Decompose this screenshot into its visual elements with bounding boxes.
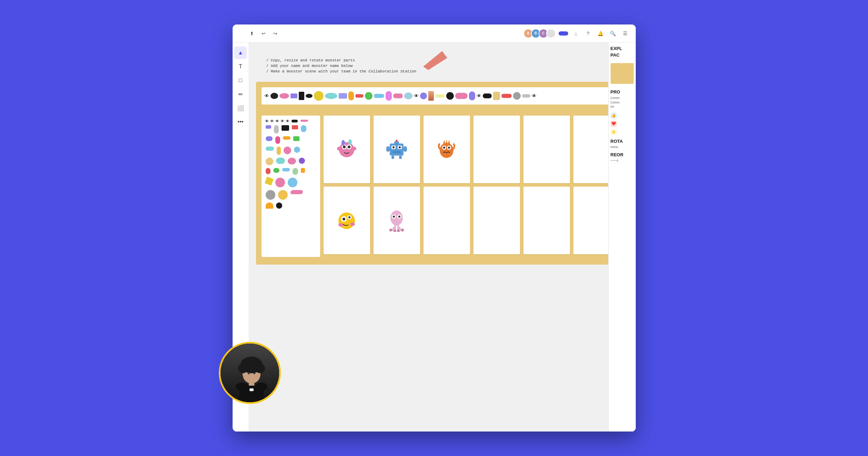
rota-title: ROTA [611,139,634,144]
title-section: / Copy, resize and rotate monster parts … [256,53,625,75]
svg-point-8 [341,140,345,146]
svg-rect-15 [392,151,401,153]
monster-card-11 [523,187,570,254]
svg-marker-28 [446,139,447,143]
svg-point-46 [389,229,392,231]
svg-point-14 [399,146,401,148]
yellow-monster-svg [335,208,359,232]
svg-point-13 [392,146,395,148]
lower-area: 👁 👁 👁 👁 👁 [262,116,620,257]
top-bar-right: A B C ⟂ ? 🔔 🔍 ☰ [523,29,630,38]
instructions-block: / Copy, resize and rotate monster parts … [266,56,417,75]
instructions-list: / Copy, resize and rotate monster parts … [266,58,417,73]
monster-card-5 [523,116,570,183]
main-area: ▲ T □ ✏ ⬜ ••• / Copy, resize [233,42,636,432]
monster-card-7 [324,187,370,254]
svg-point-26 [448,147,450,149]
monster-card-8 [374,187,420,254]
help-icon[interactable]: ? [583,29,593,38]
pro-title: PRO [611,89,634,95]
sticky-tool[interactable]: □ [234,74,247,87]
svg-point-65 [255,383,267,391]
rota-text: mons [611,145,634,149]
action-icons: 👍 ❤️ ⭐ [611,112,634,135]
svg-point-35 [338,223,343,227]
parts-strip: 👁 [262,87,620,105]
reor-text: ——s [611,159,634,162]
svg-point-7 [351,147,356,151]
svg-point-6 [337,147,343,151]
top-bar: ⬆ ↩ ↪ A B C ⟂ ? 🔔 🔍 ☰ [233,24,636,42]
collab-station [324,116,620,257]
avatar-count [546,29,556,38]
svg-point-64 [236,383,248,391]
instruction-1: / Copy, resize and rotate monster parts [266,58,417,62]
monster-card-10 [473,187,520,254]
pen-tool[interactable]: ✏ [234,88,247,100]
instruction-3: / Make a monster scene with your team in… [266,69,417,73]
parts-grid: 👁 👁 👁 👁 👁 [265,119,317,209]
thumbs-up-icon[interactable]: 👍 [611,112,617,119]
svg-point-61 [248,372,250,374]
svg-point-40 [393,216,395,218]
redo-button[interactable]: ↪ [270,29,280,38]
reor-title: REOR [611,152,634,157]
svg-point-5 [348,146,350,148]
svg-rect-20 [391,156,394,159]
select-tool[interactable]: ▲ [234,47,247,59]
svg-point-4 [343,146,346,148]
pro-text: CommComm(or [611,96,634,109]
board-metrics-icon[interactable]: ⟂ [571,29,581,38]
heart-row: ❤️ [611,121,634,127]
notifications-icon[interactable]: 🔔 [596,29,605,38]
heart-icon[interactable]: ❤️ [611,121,617,127]
star-icon[interactable]: ⭐ [611,129,617,135]
explore-title: EXPL [611,46,634,51]
avatar-group: A B C [523,29,556,38]
pink-alien-svg [385,208,409,232]
monster-card-2 [374,116,420,183]
profile-photo-svg [221,344,281,404]
browser-window: ⬆ ↩ ↪ A B C ⟂ ? 🔔 🔍 ☰ ▲ T □ ✏ ⬜ [233,24,636,432]
svg-marker-0 [423,51,447,70]
pink-monster-svg [335,137,359,161]
svg-point-22 [440,143,453,158]
search-icon[interactable]: 🔍 [608,29,618,38]
svg-rect-21 [399,156,402,159]
upload-button[interactable]: ⬆ [247,29,257,38]
preview-rect [611,63,634,84]
svg-marker-29 [448,140,450,143]
svg-point-17 [396,140,398,142]
profile-circle [219,342,281,404]
monster-card-4 [473,116,520,183]
svg-rect-10 [390,143,404,156]
orange-monster-svg [435,137,459,161]
monster-cards-grid [324,116,620,254]
svg-rect-63 [249,388,254,391]
svg-rect-16 [394,141,399,144]
monster-card-1 [324,116,370,183]
svg-point-60 [247,357,256,367]
blue-robot-svg [385,137,409,161]
text-tool[interactable]: T [234,60,247,73]
workshop-board: 👁 [256,82,625,265]
shapes-tool[interactable]: ⬜ [234,102,247,114]
menu-icon[interactable]: ☰ [621,29,630,38]
svg-marker-27 [443,140,445,143]
top-bar-actions: ⬆ ↩ ↪ [247,29,280,38]
more-tools[interactable]: ••• [234,116,247,128]
instructions-strip [262,109,620,112]
instruction-2: / Add your name and monster name below [266,64,417,68]
svg-rect-18 [386,146,390,152]
arrow-decoration [423,49,447,71]
canvas-area[interactable]: / Copy, resize and rotate monster parts … [249,42,636,432]
share-button[interactable] [559,31,568,36]
svg-point-49 [401,229,404,231]
pack-title: PAC [611,52,634,58]
svg-point-41 [398,216,400,218]
undo-button[interactable]: ↩ [259,29,268,38]
thumbs-up-row: 👍 [611,112,634,119]
monster-parts-panel: 👁 👁 👁 👁 👁 [262,116,320,257]
svg-point-34 [348,216,350,218]
svg-point-25 [443,147,445,149]
